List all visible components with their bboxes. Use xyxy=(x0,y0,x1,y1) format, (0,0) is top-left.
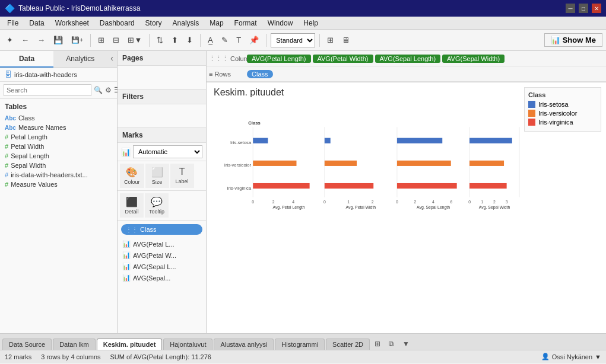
window-title: Tableau Public - IrisDemoLahikerrassa xyxy=(18,4,140,12)
marks-size-button[interactable]: ⬜ Size xyxy=(145,164,169,188)
col-pill-sepal-length[interactable]: AVG(Sepal Length) xyxy=(375,55,441,63)
left-panel: Data Analytics ‹ 🗄 iris-data-with-header… xyxy=(0,51,118,333)
marks-count: 12 marks xyxy=(5,353,31,360)
rows-icon: ≡ xyxy=(209,71,212,78)
tooltip-icon: 💬 xyxy=(151,196,163,207)
legend-label-versicolor: Iris-versicolor xyxy=(538,110,577,117)
duplicate-sheet-icon[interactable]: ⧉ xyxy=(385,338,398,350)
marks-tooltip-button[interactable]: 💬 Tooltip xyxy=(145,193,169,218)
panel-collapse-button[interactable]: ‹ xyxy=(107,51,117,68)
marks-colour-button[interactable]: 🎨 Colour xyxy=(120,164,144,188)
tab-hajontaluvut[interactable]: Hajontaluvut xyxy=(163,339,212,350)
standard-select[interactable]: Standard xyxy=(271,33,315,47)
menu-window[interactable]: Window xyxy=(263,18,298,28)
field-measure-names[interactable]: Abc Measure Names xyxy=(5,123,112,132)
marks-field-sepal-l[interactable]: 📊 AVG(Sepal L... xyxy=(118,261,206,272)
show-me-button[interactable]: 📊 Show Me xyxy=(544,33,602,47)
field-class[interactable]: Abc Class xyxy=(5,113,112,123)
tab-scatter-2d[interactable]: Scatter 2D xyxy=(326,339,370,350)
colour-icon: 🎨 xyxy=(126,167,138,178)
svg-text:Avg. Sepal Length: Avg. Sepal Length xyxy=(417,205,450,210)
menu-help[interactable]: Help xyxy=(299,18,323,28)
forward-button[interactable]: → xyxy=(34,32,48,49)
data-tab[interactable]: Data xyxy=(0,51,53,68)
size-icon: ⬜ xyxy=(151,167,163,178)
data-source-item[interactable]: 🗄 iris-data-with-headers xyxy=(0,68,117,82)
marks-field-sepal-l-label: AVG(Sepal L... xyxy=(133,263,176,270)
filter-icon[interactable]: ⚙ xyxy=(105,86,112,94)
rows-button[interactable]: ⊞▼ xyxy=(125,32,145,49)
row-pill-class[interactable]: Class xyxy=(247,70,273,78)
legend-label-virginica: Iris-virginica xyxy=(538,119,573,126)
field-sepal-width[interactable]: # Sepal Width xyxy=(5,161,112,170)
menu-data[interactable]: Data xyxy=(24,18,49,28)
menu-map[interactable]: Map xyxy=(205,18,228,28)
grid-button[interactable]: ⊞ xyxy=(324,32,337,49)
menu-dashboard[interactable]: Dashboard xyxy=(95,18,139,28)
legend-item-virginica[interactable]: Iris-virginica xyxy=(528,119,597,126)
legend-item-setosa[interactable]: Iris-setosa xyxy=(528,101,597,108)
new-workbook-button[interactable]: ✦ xyxy=(4,32,16,49)
tab-datan-lkm[interactable]: Datan lkm xyxy=(53,339,96,350)
chevron-down-icon[interactable]: ▼ xyxy=(595,353,601,360)
legend-item-versicolor[interactable]: Iris-versicolor xyxy=(528,110,597,117)
pin-button[interactable]: 📌 xyxy=(246,32,262,49)
marks-class-pill[interactable]: ⋮⋮ Class xyxy=(121,224,202,235)
toolbar-separator-2 xyxy=(149,34,150,47)
saveas-button[interactable]: 💾+ xyxy=(68,32,86,49)
search-input[interactable] xyxy=(4,84,91,96)
marks-label-button[interactable]: T Label xyxy=(170,164,194,188)
back-button[interactable]: ← xyxy=(18,32,32,49)
columns-button[interactable]: ⊟ xyxy=(110,32,122,49)
col-pill-petal-width[interactable]: AVG(Petal Width) xyxy=(313,55,373,63)
field-measure-values[interactable]: # Measure Values xyxy=(5,180,112,189)
tab-histogrammi[interactable]: Histogrammi xyxy=(275,339,325,350)
title-bar: 🔷 Tableau Public - IrisDemoLahikerrassa … xyxy=(0,0,606,17)
show-me-icon: 📊 xyxy=(551,36,560,44)
field-iris-file[interactable]: # iris-data-with-headers.txt... xyxy=(5,170,112,180)
col-pill-sepal-width[interactable]: AVG(Sepal Width) xyxy=(442,55,505,63)
annotate-button[interactable]: ✎ xyxy=(218,32,231,49)
menu-format[interactable]: Format xyxy=(230,18,262,28)
marks-detail-button[interactable]: ⬛ Detail xyxy=(120,193,144,218)
tab-options-icon[interactable]: ▼ xyxy=(399,338,413,350)
swap-button[interactable]: ⇅ xyxy=(154,32,166,49)
tab-keskim-pituudet[interactable]: Keskim. pituudet xyxy=(97,339,163,350)
menu-story[interactable]: Story xyxy=(141,18,167,28)
marks-field-petal-l[interactable]: 📊 AVG(Petal L... xyxy=(118,238,206,250)
svg-text:4: 4 xyxy=(432,200,434,204)
marks-field-sepal-w[interactable]: 📊 AVG(Sepal... xyxy=(118,272,206,283)
sort-asc-button[interactable]: ⬆ xyxy=(169,32,181,49)
marks-field-petal-w[interactable]: 📊 AVG(Petal W... xyxy=(118,250,206,261)
col-pill-petal-length[interactable]: AVG(Petal Length) xyxy=(247,55,311,63)
tab-alustava-anlyysi[interactable]: Alustava anlyysi xyxy=(214,339,274,350)
tab-data-source[interactable]: Data Source xyxy=(2,339,52,350)
sort-desc-button[interactable]: ⬇ xyxy=(183,32,196,49)
save-button[interactable]: 💾 xyxy=(50,32,66,49)
menu-worksheet[interactable]: Worksheet xyxy=(50,18,94,28)
marks-field-sepal-w-label: AVG(Sepal... xyxy=(133,274,170,282)
svg-text:0: 0 xyxy=(396,200,398,204)
search-box: 🔍 ⚙ ☰ xyxy=(0,82,117,99)
detail-icon: ⬛ xyxy=(126,196,138,207)
close-button[interactable]: ✕ xyxy=(592,4,601,13)
svg-text:2: 2 xyxy=(372,200,374,204)
text-button[interactable]: T xyxy=(233,32,244,49)
marks-type-select[interactable]: Automatic Bar Line Area xyxy=(133,145,202,158)
field-petal-width[interactable]: # Petal Width xyxy=(5,142,112,151)
field-petal-length[interactable]: # Petal Length xyxy=(5,132,112,142)
monitor-button[interactable]: 🖥 xyxy=(339,32,353,49)
highlight-button[interactable]: A̲ xyxy=(205,32,216,49)
new-sheet-icon[interactable]: ⊞ xyxy=(371,338,384,350)
pages-header: Pages xyxy=(118,51,206,66)
svg-text:Class: Class xyxy=(248,120,260,126)
svg-text:Iris-setosa: Iris-setosa xyxy=(230,140,252,145)
maximize-button[interactable]: □ xyxy=(579,4,588,13)
undo-button[interactable]: ⊞ xyxy=(95,32,107,49)
minimize-button[interactable]: ─ xyxy=(566,4,575,13)
field-sepal-length[interactable]: # Sepal Length xyxy=(5,151,112,161)
chart-canvas: Keskim. pituudet Class Iris-setosa Iris-… xyxy=(207,82,606,333)
menu-analysis[interactable]: Analysis xyxy=(168,18,204,28)
menu-file[interactable]: File xyxy=(2,18,23,28)
analytics-tab[interactable]: Analytics xyxy=(53,51,107,68)
